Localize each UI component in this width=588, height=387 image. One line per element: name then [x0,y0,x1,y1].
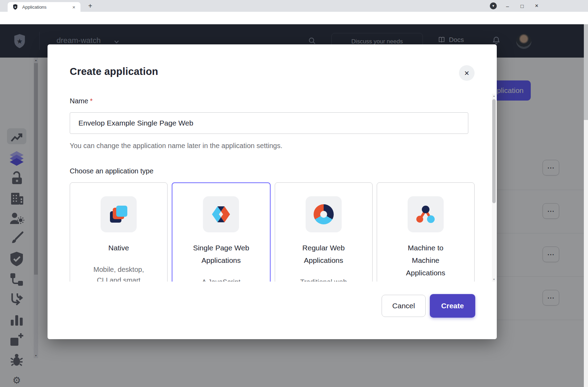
chrome-update-icon[interactable]: ▼ [490,2,497,9]
application-type-cards: Native Mobile, desktop, CLI and smart Si… [70,182,475,282]
tab-title: Applications [22,5,46,10]
name-help-text: You can change the application name late… [70,142,282,150]
card-title: Native [70,242,167,254]
card-native[interactable]: Native Mobile, desktop, CLI and smart [70,182,168,282]
regular-web-icon-tile [306,196,342,232]
svg-text:★: ★ [14,6,16,9]
card-title: Single Page Web Applications [172,242,270,267]
browser-titlebar: ★ Applications × + ▼ – □ × [0,0,588,12]
card-title: Machine to Machine Applications [377,242,474,279]
native-stack-icon [108,203,130,225]
modal-scroll-area: Create application × Name* You can chang… [48,44,497,282]
window-close-button[interactable]: × [531,1,543,10]
application-type-label: Choose an application type [70,167,153,175]
window-minimize-button[interactable]: – [502,1,513,10]
spa-diamond-icon [210,203,232,225]
browser-page-scrollbar[interactable] [584,24,588,387]
auth0-favicon-icon: ★ [12,4,18,10]
browser-tab[interactable]: ★ Applications × [8,2,80,12]
name-label: Name* [70,97,93,105]
close-icon: × [464,68,469,78]
card-description: A JavaScript [172,277,270,282]
required-asterisk: * [90,97,93,105]
card-title: Regular Web Applications [275,242,372,267]
modal-scroll-down-icon[interactable]: ▼ [492,278,496,281]
modal-scrollbar[interactable]: ▲ ▼ [492,94,496,282]
browser-page-scrollbar-thumb[interactable] [584,24,588,120]
native-icon-tile [101,196,137,232]
modal-title: Create application [70,66,158,77]
card-description: Traditional web [275,277,372,282]
cancel-button[interactable]: Cancel [382,295,426,317]
m2m-icon-tile [408,196,444,232]
browser-toolbar: ← → ↻ manage.auth0.com/dashboard/eu/drea… [0,12,588,24]
application-name-input[interactable] [70,112,468,134]
card-description: Mobile, desktop, CLI and smart [70,264,167,282]
card-regular-web[interactable]: Regular Web Applications Traditional web [275,182,373,282]
modal-scrollbar-thumb[interactable] [492,99,496,203]
modal-scroll-up-icon[interactable]: ▲ [492,95,496,97]
create-button[interactable]: Create [430,294,475,318]
window-maximize-button[interactable]: □ [516,1,528,10]
spa-icon-tile [203,196,239,232]
modal-close-button[interactable]: × [459,65,475,81]
card-machine-to-machine[interactable]: Machine to Machine Applications [377,182,475,282]
card-single-page-web[interactable]: Single Page Web Applications A JavaScrip… [172,182,270,282]
create-application-modal: Create application × Name* You can chang… [48,44,497,339]
m2m-nodes-icon [415,203,437,225]
tab-close-icon[interactable]: × [71,4,77,10]
new-tab-button[interactable]: + [86,2,94,10]
regular-web-donut-icon [314,204,334,224]
